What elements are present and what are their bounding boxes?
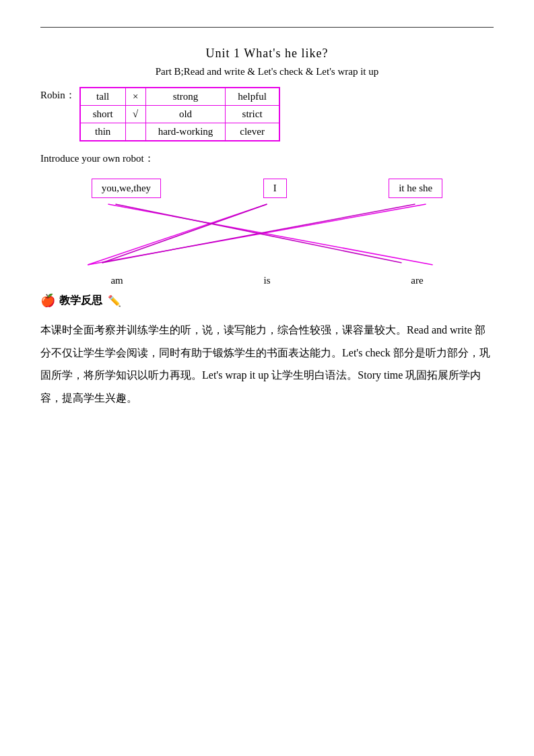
diagram-lines [40,179,494,286]
table-cell: hard-working [145,123,226,141]
table-row: thin hard-working clever [80,123,279,141]
page: Unit 1 What's he like? Part B;Read and w… [0,0,534,756]
reflection-title: 教学反思 [59,294,102,308]
table-cell: short [80,106,126,123]
label-are: are [411,275,423,286]
part-title: Part B;Read and write & Let's check & Le… [40,66,494,77]
table-row: short √ old strict [80,106,279,123]
reflection-body: 本课时全面考察并训练学生的听，说，读写能力，综合性较强，课容量较大。Read a… [40,319,494,409]
introduce-label: Introduce your own robot： [40,152,494,165]
top-divider [40,27,494,28]
reflection-header: 🍎 教学反思 ✏️ [40,293,494,308]
table-cell: tall [80,88,126,106]
table-cell [125,123,145,141]
diagram-labels: am is are [40,275,494,286]
svg-line-5 [102,204,267,263]
table-cell: helpful [226,88,279,106]
diagram-area: you,we,they I it he she [40,179,494,286]
table-cell: × [125,88,145,106]
robin-label: Robin： [40,89,75,102]
brush-icon: ✏️ [108,294,121,307]
label-am: am [110,275,123,286]
label-is: is [264,275,271,286]
table-cell: old [145,106,226,123]
unit-title: Unit 1 What's he like? [40,46,494,61]
apple-icon: 🍎 [40,293,55,308]
table-cell: strict [226,106,279,123]
svg-line-4 [102,204,415,263]
robin-section: Robin： tall × strong helpful short √ old… [40,87,494,141]
table-cell: thin [80,123,126,141]
table-row: tall × strong helpful [80,88,279,106]
table-cell: clever [226,123,279,141]
table-cell: √ [125,106,145,123]
table-cell: strong [145,88,226,106]
robin-table: tall × strong helpful short √ old strict… [79,87,280,141]
